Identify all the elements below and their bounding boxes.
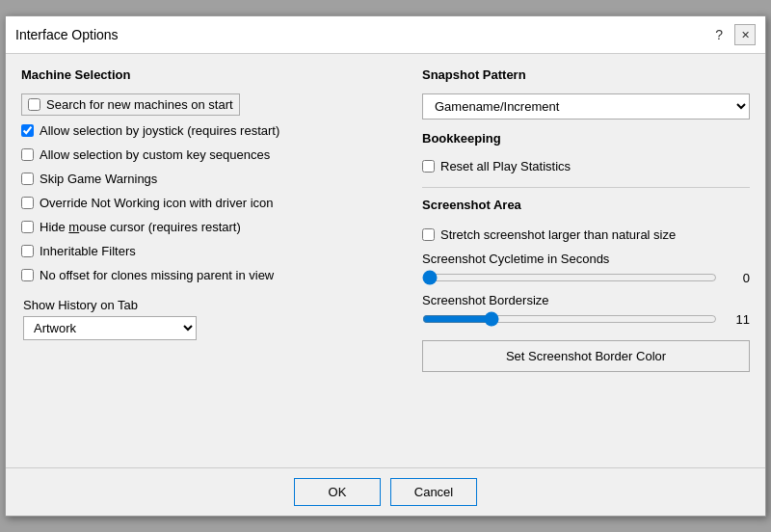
checkbox-row-6: Inheritable Filters [21,242,403,260]
snapshot-section: Snapshot Pattern Gamename/Increment Game… [422,67,750,120]
cycletime-label: Screenshot Cycletime in Seconds [422,252,750,266]
cycletime-row: Screenshot Cycletime in Seconds 0 [422,252,750,285]
stretch-row: Stretch screenshot larger than natural s… [422,226,750,244]
screenshot-area-section: Screenshot Area Stretch screenshot large… [422,187,750,372]
checkbox-label-1[interactable]: Allow selection by joystick (requires re… [40,123,279,138]
close-button[interactable]: ✕ [734,24,756,45]
checkbox-label-7[interactable]: No offset for clones missing parent in v… [40,268,274,282]
reset-stats-row: Reset all Play Statistics [422,157,750,175]
title-bar-left: Interface Options [15,27,119,42]
checkbox-inheritable-filters[interactable] [21,245,34,257]
checkbox-label-4[interactable]: Override Not Working icon with driver ic… [40,196,274,210]
cancel-button[interactable]: Cancel [390,478,477,506]
checkbox-row-5: Hide mouse cursor (requires restart) [21,218,403,236]
machine-selection-title: Machine Selection [21,67,403,82]
checkbox-no-offset-clones[interactable] [21,269,34,281]
dialog-footer: OK Cancel [6,467,765,516]
screenshot-area-title: Screenshot Area [422,198,750,212]
show-history-label: Show History on Tab [23,298,403,312]
left-panel: Machine Selection Search for new machine… [21,67,403,454]
checkbox-row-0: Search for new machines on start [21,93,240,116]
title-bar: Interface Options ? ✕ [6,16,765,54]
checkbox-hide-cursor[interactable] [21,221,34,233]
checkbox-override-icon[interactable] [21,197,34,209]
dialog-title: Interface Options [15,27,119,42]
help-button[interactable]: ? [709,25,729,44]
interface-options-dialog: Interface Options ? ✕ Machine Selection … [5,15,766,517]
checkbox-label-5[interactable]: Hide mouse cursor (requires restart) [40,220,241,234]
checkbox-reset-stats[interactable] [422,160,435,173]
checkbox-row-3: Skip Game Warnings [21,170,403,188]
cycletime-value: 0 [727,271,750,285]
checkbox-row-4: Override Not Working icon with driver ic… [21,194,403,212]
checkbox-row-1: Allow selection by joystick (requires re… [21,121,403,140]
stretch-label[interactable]: Stretch screenshot larger than natural s… [440,227,676,242]
snapshot-dropdown[interactable]: Gamename/Increment Gamename Increment [422,93,750,120]
checkbox-label-2[interactable]: Allow selection by custom key sequences [40,147,270,162]
bordersize-label: Screenshot Bordersize [422,293,750,307]
show-history-section: Show History on Tab Artwork History None [21,298,403,340]
border-color-button[interactable]: Set Screenshot Border Color [422,340,750,372]
reset-stats-label[interactable]: Reset all Play Statistics [440,159,571,173]
bordersize-slider[interactable] [422,311,717,327]
snapshot-title: Snapshot Pattern [422,67,750,82]
ok-button[interactable]: OK [294,478,381,506]
bookkeeping-section: Bookkeeping Reset all Play Statistics [422,131,750,175]
dialog-body: Machine Selection Search for new machine… [6,54,765,467]
checkbox-stretch[interactable] [422,228,435,241]
checkbox-label-6[interactable]: Inheritable Filters [40,244,136,258]
show-history-dropdown[interactable]: Artwork History None [23,316,197,340]
checkbox-skip-warnings[interactable] [21,173,34,185]
checkbox-search-machines[interactable] [28,98,40,111]
bookkeeping-title: Bookkeeping [422,131,750,146]
cycletime-slider-container: 0 [422,270,750,285]
checkbox-row-2: Allow selection by custom key sequences [21,146,403,164]
checkbox-label-3[interactable]: Skip Game Warnings [40,172,157,186]
checkbox-custom-key[interactable] [21,148,34,161]
title-bar-right: ? ✕ [709,24,756,45]
cycletime-slider[interactable] [422,270,717,285]
checkbox-joystick[interactable] [21,124,34,137]
bordersize-value: 11 [727,312,750,327]
bordersize-row: Screenshot Bordersize 11 [422,293,750,327]
bordersize-slider-container: 11 [422,311,750,327]
checkbox-label-0[interactable]: Search for new machines on start [46,97,233,112]
checkbox-row-7: No offset for clones missing parent in v… [21,266,403,284]
right-panel: Snapshot Pattern Gamename/Increment Game… [422,67,750,454]
